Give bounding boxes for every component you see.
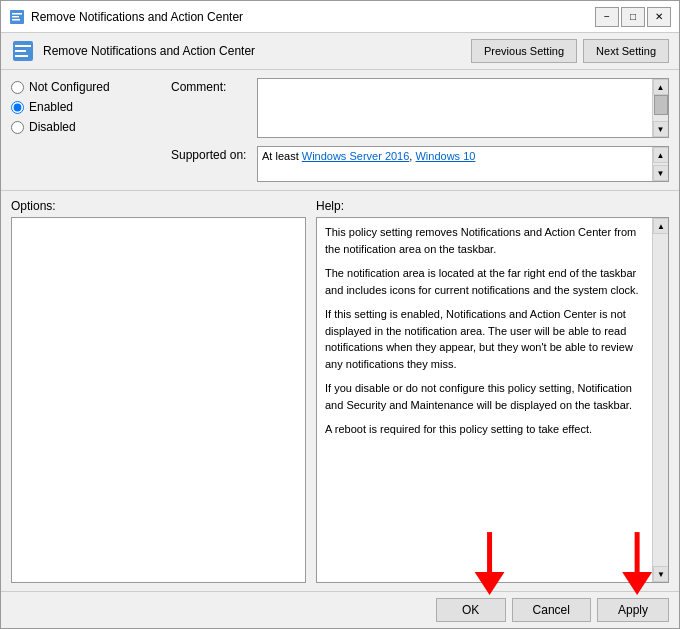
not-configured-radio[interactable]	[11, 81, 24, 94]
supported-box: At least Windows Server 2016, Windows 10…	[257, 146, 669, 182]
help-para-4: If you disable or do not configure this …	[325, 380, 644, 413]
options-title: Options:	[11, 199, 306, 213]
next-setting-button[interactable]: Next Setting	[583, 39, 669, 63]
close-button[interactable]: ✕	[647, 7, 671, 27]
not-configured-option[interactable]: Not Configured	[11, 80, 161, 94]
cancel-button[interactable]: Cancel	[512, 598, 591, 622]
top-section: Not Configured Enabled Disabled Comment:	[1, 70, 679, 191]
windows-server-link[interactable]: Windows Server 2016	[302, 150, 410, 162]
title-bar-controls: − □ ✕	[595, 7, 671, 27]
svg-rect-3	[12, 19, 20, 21]
main-panels: Options: Help: This policy setting remov…	[1, 191, 679, 591]
enabled-label: Enabled	[29, 100, 73, 114]
window-icon	[9, 9, 25, 25]
enabled-option[interactable]: Enabled	[11, 100, 161, 114]
help-para-3: If this setting is enabled, Notification…	[325, 306, 644, 372]
svg-rect-6	[15, 50, 26, 52]
supported-label: Supported on:	[171, 146, 251, 162]
supported-scroll-up[interactable]: ▲	[653, 147, 669, 163]
previous-setting-button[interactable]: Previous Setting	[471, 39, 577, 63]
options-box	[11, 217, 306, 583]
help-scroll-track	[653, 234, 668, 566]
scroll-thumb[interactable]	[654, 95, 668, 115]
comment-scrollbar[interactable]: ▲ ▼	[652, 79, 668, 137]
title-bar: Remove Notifications and Action Center −…	[1, 1, 679, 33]
supported-text: At least Windows Server 2016, Windows 10	[262, 150, 664, 162]
scroll-down-arrow[interactable]: ▼	[653, 121, 669, 137]
scroll-track	[653, 95, 668, 121]
help-scroll-up[interactable]: ▲	[653, 218, 669, 234]
help-para-5: A reboot is required for this policy set…	[325, 421, 644, 438]
content-area: Not Configured Enabled Disabled Comment:	[1, 70, 679, 591]
help-panel: Help: This policy setting removes Notifi…	[316, 199, 669, 583]
header-bar: Remove Notifications and Action Center P…	[1, 33, 679, 70]
help-title: Help:	[316, 199, 669, 213]
help-para-2: The notification area is located at the …	[325, 265, 644, 298]
main-window: Remove Notifications and Action Center −…	[0, 0, 680, 629]
windows10-link[interactable]: Windows 10	[415, 150, 475, 162]
not-configured-label: Not Configured	[29, 80, 110, 94]
help-box: This policy setting removes Notification…	[316, 217, 669, 583]
svg-rect-7	[15, 55, 28, 57]
enabled-radio[interactable]	[11, 101, 24, 114]
supported-scroll-down[interactable]: ▼	[653, 165, 669, 181]
comment-box[interactable]: ▲ ▼	[257, 78, 669, 138]
maximize-button[interactable]: □	[621, 7, 645, 27]
help-scrollbar[interactable]: ▲ ▼	[652, 218, 668, 582]
right-section: Comment: ▲ ▼ Supported on:	[171, 78, 669, 182]
scroll-up-arrow[interactable]: ▲	[653, 79, 669, 95]
footer: OK Cancel Apply	[1, 591, 679, 628]
supported-row: Supported on: At least Windows Server 20…	[171, 146, 669, 182]
minimize-button[interactable]: −	[595, 7, 619, 27]
help-content: This policy setting removes Notification…	[317, 218, 652, 582]
help-para-1: This policy setting removes Notification…	[325, 224, 644, 257]
supported-scrollbar[interactable]: ▲ ▼	[652, 147, 668, 181]
comment-label: Comment:	[171, 78, 251, 94]
header-icon	[11, 39, 35, 63]
svg-rect-5	[15, 45, 31, 47]
title-bar-text: Remove Notifications and Action Center	[31, 10, 595, 24]
ok-button[interactable]: OK	[436, 598, 506, 622]
left-panel: Not Configured Enabled Disabled	[11, 78, 161, 182]
header-buttons: Previous Setting Next Setting	[471, 39, 669, 63]
options-panel: Options:	[11, 199, 306, 583]
disabled-label: Disabled	[29, 120, 76, 134]
svg-rect-1	[12, 13, 22, 15]
help-scroll-down[interactable]: ▼	[653, 566, 669, 582]
disabled-radio[interactable]	[11, 121, 24, 134]
comment-row: Comment: ▲ ▼	[171, 78, 669, 138]
disabled-option[interactable]: Disabled	[11, 120, 161, 134]
apply-button[interactable]: Apply	[597, 598, 669, 622]
svg-rect-2	[12, 16, 19, 18]
header-title: Remove Notifications and Action Center	[43, 44, 471, 58]
